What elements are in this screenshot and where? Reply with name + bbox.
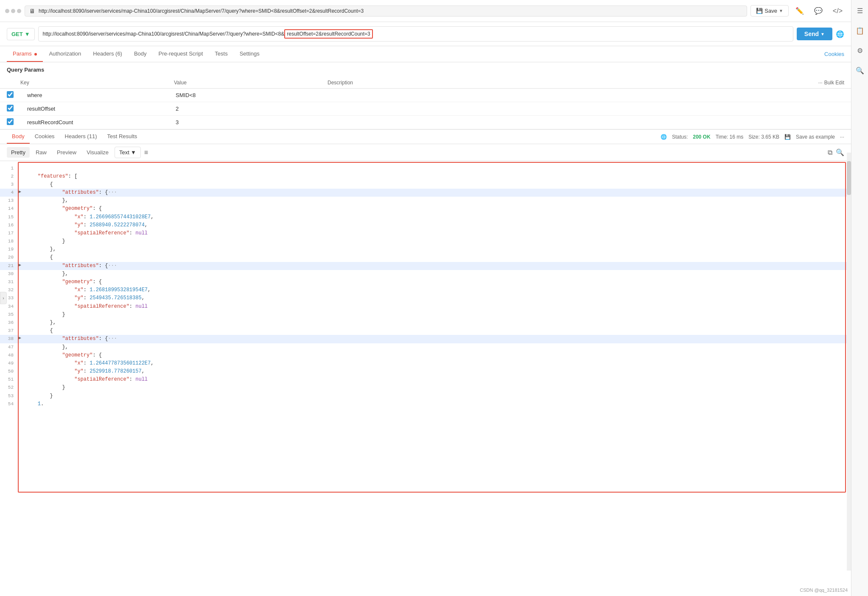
- code-line-4: 4 ▶ "attributes": {···: [0, 189, 851, 197]
- tab-authorization[interactable]: Authorization: [43, 46, 87, 62]
- sidebar-icon-1[interactable]: ☰: [854, 3, 866, 18]
- code-line-15: 15 "x": 1.2669685574431028E7,: [0, 213, 851, 221]
- line-number: 38: [3, 335, 19, 343]
- param-value-resultrecordcount: 3: [169, 116, 317, 129]
- dot-1: [5, 9, 9, 13]
- dot-3: [17, 9, 21, 13]
- code-line-38: 38 ▶ "attributes": {···: [0, 335, 851, 343]
- resp-tab-visualize-label: Visualize: [87, 149, 109, 156]
- comment-icon[interactable]: 💬: [811, 5, 826, 17]
- param-key-resultoffset: resultOffset: [20, 102, 169, 116]
- param-checkbox-resultoffset[interactable]: [7, 105, 14, 111]
- tab-body-label: Body: [134, 50, 147, 57]
- save-example-button[interactable]: Save as example: [796, 134, 835, 140]
- more-options-button[interactable]: ···: [840, 134, 844, 140]
- line-number: 17: [3, 229, 19, 237]
- resp-tab-raw[interactable]: Raw: [31, 147, 51, 158]
- code-content: 1.: [25, 400, 848, 408]
- query-params-header: Query Params: [0, 62, 851, 77]
- url-input[interactable]: http://localhost:8090/iserver/services/m…: [38, 26, 793, 42]
- code-content: "spatialReference": null: [25, 303, 848, 311]
- code-content: "y": 2549435.726518385,: [25, 294, 848, 302]
- url-highlight-text: resultOffset=2&resultRecordCount=3: [284, 29, 373, 39]
- line-number: 3: [3, 181, 19, 189]
- line-number: 52: [3, 384, 19, 392]
- code-content: },: [25, 319, 848, 327]
- code-view: 1 2 "features": [ 3 { 4 ▶ "attributes": …: [0, 161, 851, 579]
- param-row-where: where SMID<8: [0, 89, 851, 102]
- url-base-text: http://localhost:8090/iserver/services/m…: [43, 31, 285, 37]
- code-content: "x": 1.268189953281954E7,: [25, 286, 848, 294]
- tab-body[interactable]: Body: [128, 46, 153, 62]
- edit-icon[interactable]: ✏️: [792, 5, 807, 17]
- globe-icon[interactable]: 🌐: [836, 30, 844, 38]
- code-line-1: 1: [0, 164, 851, 173]
- search-button[interactable]: 🔍: [836, 148, 844, 156]
- code-content: },: [25, 343, 848, 351]
- expand-icon[interactable]: ▶: [19, 335, 24, 342]
- copy-button[interactable]: ⧉: [828, 149, 832, 156]
- tab-params[interactable]: Params: [7, 46, 43, 62]
- sidebar-icon-3[interactable]: ⚙: [854, 43, 866, 58]
- sidebar-icon-2[interactable]: 📋: [852, 23, 868, 38]
- code-line-36: 36 },: [0, 319, 851, 327]
- resp-tab-visualize[interactable]: Visualize: [82, 147, 113, 158]
- response-tab-testresults-label: Test Results: [107, 133, 137, 139]
- top-bar: 🖥 http://localhost:8090/iserver/services…: [0, 0, 851, 22]
- expand-icon[interactable]: ▶: [19, 189, 24, 195]
- left-panel-toggle[interactable]: ›: [0, 292, 7, 304]
- response-tab-headers[interactable]: Headers (11): [60, 130, 102, 144]
- code-content: },: [25, 197, 848, 205]
- resp-tab-preview[interactable]: Preview: [53, 147, 81, 158]
- resp-right-icons: ⧉ 🔍: [828, 148, 844, 156]
- code-line-53: 53 }: [0, 392, 851, 400]
- method-dropdown[interactable]: GET ▼: [7, 28, 35, 40]
- response-format-bar: Pretty Raw Preview Visualize Text ▼ ≡ ⧉ …: [0, 144, 851, 161]
- param-desc-where: [317, 89, 851, 102]
- code-content: }: [25, 392, 848, 400]
- code-line-16: 16 "y": 2588940.5222278074,: [0, 221, 851, 229]
- param-checkbox-where[interactable]: [7, 91, 14, 98]
- wrap-lines-button[interactable]: ≡: [144, 149, 148, 156]
- save-button[interactable]: 💾 Save ▼: [750, 5, 789, 17]
- resp-tab-preview-label: Preview: [57, 149, 76, 156]
- send-chevron-icon: ▼: [820, 32, 825, 36]
- resp-tab-pretty-label: Pretty: [11, 149, 25, 156]
- tab-settings[interactable]: Settings: [234, 46, 266, 62]
- line-number: 14: [3, 205, 19, 213]
- code-icon[interactable]: </>: [829, 5, 846, 17]
- title-url-bar: 🖥 http://localhost:8090/iserver/services…: [25, 6, 747, 17]
- text-format-dropdown[interactable]: Text ▼: [115, 147, 141, 158]
- response-tab-cookies-label: Cookies: [35, 133, 55, 139]
- line-number: 51: [3, 376, 19, 384]
- globe-status-icon: 🌐: [661, 134, 667, 140]
- tab-prerequest[interactable]: Pre-request Script: [153, 46, 209, 62]
- server-icon: 🖥: [29, 8, 35, 14]
- response-tab-body[interactable]: Body: [7, 130, 30, 144]
- code-line-51: 51 "spatialReference": null: [0, 376, 851, 384]
- code-line-49: 49 "x": 1.2644778735601122E7,: [0, 359, 851, 368]
- resp-tab-pretty[interactable]: Pretty: [7, 147, 30, 158]
- response-tab-testresults[interactable]: Test Results: [102, 130, 142, 144]
- code-line-48: 48 "geometry": {: [0, 351, 851, 359]
- response-tab-cookies[interactable]: Cookies: [30, 130, 60, 144]
- col-description: Description: [328, 80, 353, 86]
- code-content: "attributes": {···: [25, 189, 848, 197]
- save-icon: 💾: [784, 134, 791, 140]
- scroll-thumb[interactable]: [847, 161, 851, 195]
- param-checkbox-resultrecordcount[interactable]: [7, 118, 14, 125]
- code-line-54: 54 1.: [0, 400, 851, 408]
- param-desc-resultrecordcount: [317, 116, 851, 129]
- cookies-link[interactable]: Cookies: [824, 47, 844, 61]
- line-number: 19: [3, 245, 19, 253]
- response-scrollbar[interactable]: [847, 153, 851, 571]
- code-content: },: [25, 270, 848, 278]
- bulk-edit-button[interactable]: ··· Bulk Edit: [818, 80, 844, 86]
- line-number: 4: [3, 189, 19, 197]
- params-table-header: Key Value Description ··· Bulk Edit: [0, 77, 851, 89]
- tab-tests[interactable]: Tests: [209, 46, 233, 62]
- tab-headers[interactable]: Headers (6): [87, 46, 128, 62]
- expand-icon[interactable]: ▶: [19, 262, 24, 269]
- sidebar-icon-4[interactable]: 🔍: [852, 63, 868, 78]
- send-button[interactable]: Send ▼: [797, 28, 832, 40]
